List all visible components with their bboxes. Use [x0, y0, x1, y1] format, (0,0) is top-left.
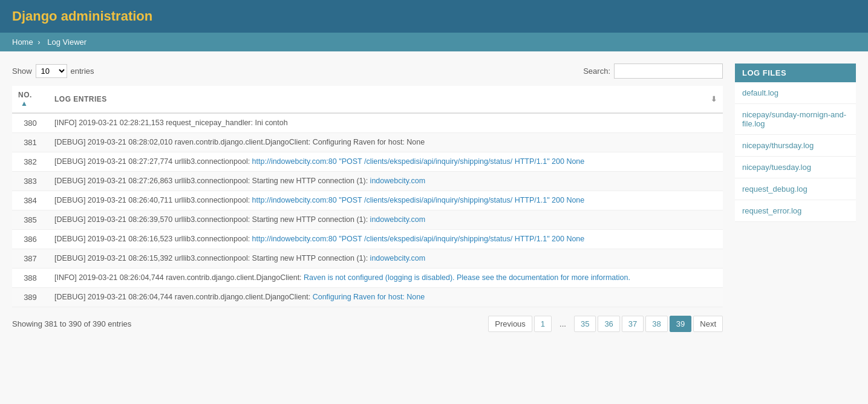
log-table: No. ▲ Log Entries ⬇ 380[INFO] 2019-03-21…: [12, 86, 723, 307]
row-entry: [DEBUG] 2019-03-21 08:28:02,010 raven.co…: [48, 133, 723, 152]
table-row: 380[INFO] 2019-03-21 02:28:21,153 reques…: [12, 113, 723, 133]
row-no: 387: [12, 249, 48, 269]
table-row: 384[DEBUG] 2019-03-21 08:26:40,711 urlli…: [12, 191, 723, 210]
row-no: 380: [12, 113, 48, 133]
search-label: Search:: [583, 67, 610, 76]
row-entry: [INFO] 2019-03-21 08:26:04,744 raven.con…: [48, 269, 723, 288]
entries-label: entries: [71, 67, 94, 76]
page-35[interactable]: 35: [574, 316, 596, 332]
app-header: Django administration: [0, 0, 868, 33]
breadcrumb: Home › Log Viewer: [0, 33, 868, 51]
table-row: 387[DEBUG] 2019-03-21 08:26:15,392 urlli…: [12, 249, 723, 269]
row-entry: [DEBUG] 2019-03-21 08:26:16,523 urllib3.…: [48, 230, 723, 249]
row-entry: [INFO] 2019-03-21 02:28:21,153 request_n…: [48, 113, 723, 133]
row-no: 383: [12, 172, 48, 191]
breadcrumb-home[interactable]: Home: [12, 37, 33, 47]
col-no: No. ▲: [12, 86, 48, 113]
sidebar-log-file[interactable]: nicepay/tuesday.log: [735, 157, 856, 178]
row-entry: [DEBUG] 2019-03-21 08:26:39,570 urllib3.…: [48, 210, 723, 230]
search-input[interactable]: [614, 64, 723, 79]
page-37[interactable]: 37: [622, 316, 644, 332]
breadcrumb-current: Log Viewer: [47, 37, 86, 47]
ellipsis: ...: [553, 316, 572, 331]
table-row: 381[DEBUG] 2019-03-21 08:28:02,010 raven…: [12, 133, 723, 152]
table-row: 389[DEBUG] 2019-03-21 08:26:04,744 raven…: [12, 288, 723, 307]
next-button[interactable]: Next: [693, 316, 723, 332]
sort-arrow-icon: ▲: [21, 99, 28, 108]
show-entries: Show 10 25 50 100 entries: [12, 64, 94, 78]
previous-button[interactable]: Previous: [488, 316, 532, 332]
row-no: 385: [12, 210, 48, 230]
row-no: 382: [12, 152, 48, 172]
row-no: 386: [12, 230, 48, 249]
content-area: Show 10 25 50 100 entries Search: No.: [12, 64, 723, 332]
sidebar-title: LOG FILES: [735, 64, 856, 82]
page-1[interactable]: 1: [534, 316, 552, 332]
header-arrow-icon: ⬇: [711, 95, 717, 103]
sidebar-log-file[interactable]: nicepay/sunday-mornign-and-file.log: [735, 104, 856, 135]
table-row: 383[DEBUG] 2019-03-21 08:27:26,863 urlli…: [12, 172, 723, 191]
row-no: 384: [12, 191, 48, 210]
table-controls: Show 10 25 50 100 entries Search:: [12, 64, 723, 79]
show-label: Show: [12, 67, 32, 76]
page-36[interactable]: 36: [598, 316, 619, 332]
row-no: 381: [12, 133, 48, 152]
search-box: Search:: [583, 64, 723, 79]
row-no: 389: [12, 288, 48, 307]
row-entry: [DEBUG] 2019-03-21 08:26:40,711 urllib3.…: [48, 191, 723, 210]
sidebar-log-file[interactable]: default.log: [735, 82, 856, 104]
row-no: 388: [12, 269, 48, 288]
row-entry: [DEBUG] 2019-03-21 08:27:27,774 urllib3.…: [48, 152, 723, 172]
page-38[interactable]: 38: [645, 316, 667, 332]
showing-text: Showing 381 to 390 of 390 entries: [12, 319, 131, 328]
breadcrumb-separator: ›: [38, 37, 40, 47]
table-row: 385[DEBUG] 2019-03-21 08:26:39,570 urlli…: [12, 210, 723, 230]
table-row: 382[DEBUG] 2019-03-21 08:27:27,774 urlli…: [12, 152, 723, 172]
sidebar-log-file[interactable]: request_debug.log: [735, 178, 856, 200]
pagination-row: Showing 381 to 390 of 390 entries Previo…: [12, 316, 723, 332]
main-layout: Show 10 25 50 100 entries Search: No.: [0, 51, 868, 344]
sidebar-log-file[interactable]: request_error.log: [735, 200, 856, 222]
page-39[interactable]: 39: [670, 316, 691, 332]
app-title: Django administration: [12, 8, 856, 24]
sidebar-log-file[interactable]: nicepay/thursday.log: [735, 135, 856, 157]
pagination: Previous 1 ... 35 36 37 38 39 Next: [488, 316, 723, 332]
row-entry: [DEBUG] 2019-03-21 08:26:04,744 raven.co…: [48, 288, 723, 307]
table-row: 386[DEBUG] 2019-03-21 08:26:16,523 urlli…: [12, 230, 723, 249]
col-entries: Log Entries ⬇: [48, 86, 723, 113]
sidebar: LOG FILES default.lognicepay/sunday-morn…: [735, 64, 856, 332]
entries-select[interactable]: 10 25 50 100: [36, 64, 67, 78]
row-entry: [DEBUG] 2019-03-21 08:27:26,863 urllib3.…: [48, 172, 723, 191]
row-entry: [DEBUG] 2019-03-21 08:26:15,392 urllib3.…: [48, 249, 723, 269]
table-row: 388[INFO] 2019-03-21 08:26:04,744 raven.…: [12, 269, 723, 288]
